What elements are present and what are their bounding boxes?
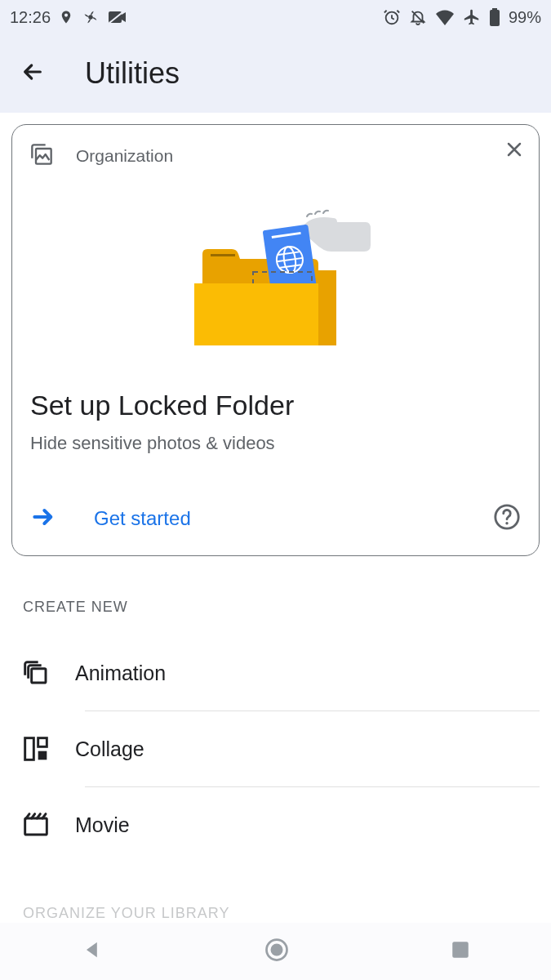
svg-rect-4 bbox=[490, 10, 500, 26]
help-icon[interactable] bbox=[493, 503, 521, 534]
svg-rect-7 bbox=[211, 254, 235, 256]
section-header-create: CREATE NEW bbox=[23, 599, 540, 616]
svg-point-0 bbox=[89, 16, 92, 19]
locked-folder-card: Organization bbox=[11, 124, 540, 556]
svg-rect-22 bbox=[25, 818, 47, 835]
svg-rect-20 bbox=[38, 738, 47, 747]
svg-rect-19 bbox=[25, 738, 34, 760]
list-item-movie[interactable]: Movie bbox=[21, 787, 540, 862]
close-icon[interactable] bbox=[504, 140, 524, 163]
wifi-icon bbox=[435, 9, 455, 25]
svg-rect-5 bbox=[492, 8, 497, 11]
card-title: Set up Locked Folder bbox=[30, 390, 521, 421]
svg-point-24 bbox=[270, 944, 282, 956]
folder-illustration bbox=[30, 185, 521, 357]
app-bar: Utilities bbox=[0, 34, 551, 113]
svg-rect-18 bbox=[32, 669, 46, 683]
list-item-animation[interactable]: Animation bbox=[21, 635, 540, 710]
notifications-off-icon bbox=[409, 8, 427, 26]
location-icon bbox=[59, 8, 73, 26]
svg-rect-21 bbox=[38, 751, 47, 760]
battery-icon bbox=[489, 8, 500, 26]
list-item-label: Animation bbox=[75, 662, 166, 685]
photos-collection-icon bbox=[30, 143, 53, 169]
content: Organization bbox=[0, 113, 551, 922]
nav-home-icon[interactable] bbox=[264, 938, 289, 965]
card-category: Organization bbox=[76, 146, 173, 166]
list-item-label: Movie bbox=[75, 813, 130, 837]
status-bar: 12:26 99% bbox=[0, 0, 551, 34]
svg-point-17 bbox=[505, 522, 508, 524]
animation-icon bbox=[21, 660, 51, 686]
list-item-collage[interactable]: Collage bbox=[21, 711, 540, 786]
card-subtitle: Hide sensitive photos & videos bbox=[30, 433, 521, 454]
nav-recents-icon[interactable] bbox=[450, 939, 471, 964]
nav-back-icon[interactable] bbox=[81, 938, 104, 964]
section-header-organize: ORGANIZE YOUR LIBRARY bbox=[23, 905, 540, 922]
pinwheel-icon bbox=[82, 8, 100, 26]
back-icon[interactable] bbox=[20, 59, 46, 88]
get-started-button[interactable]: Get started bbox=[30, 504, 191, 533]
svg-rect-25 bbox=[452, 942, 469, 958]
list-item-label: Collage bbox=[75, 737, 144, 761]
airplane-icon bbox=[463, 8, 481, 26]
alarm-icon bbox=[383, 8, 401, 26]
card-action-label: Get started bbox=[94, 507, 191, 530]
camera-off-icon bbox=[108, 10, 127, 24]
movie-icon bbox=[21, 812, 51, 838]
status-time: 12:26 bbox=[10, 8, 51, 27]
battery-level: 99% bbox=[509, 8, 541, 27]
collage-icon bbox=[21, 736, 51, 762]
create-new-list: Animation Collage Movie bbox=[11, 635, 540, 862]
system-nav-bar bbox=[0, 923, 551, 980]
arrow-right-icon bbox=[30, 504, 56, 533]
page-title: Utilities bbox=[85, 56, 180, 91]
